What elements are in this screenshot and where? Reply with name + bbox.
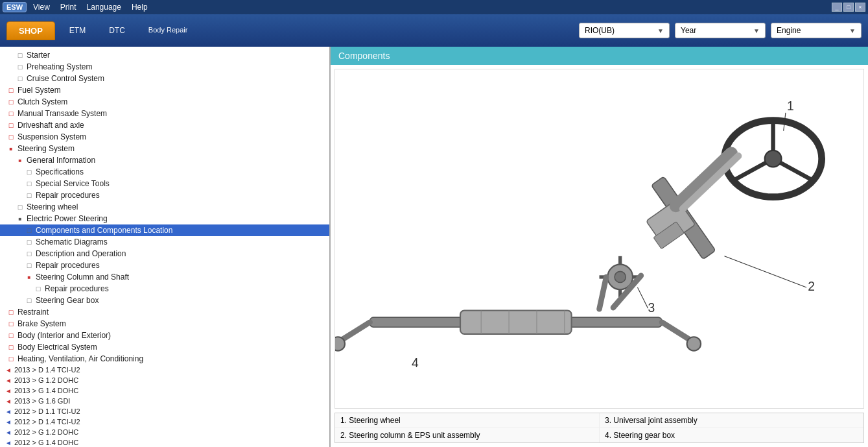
tree-item-body-elec[interactable]: Body Electrical System [0,341,329,353]
tree-item-cruise[interactable]: Cruise Control System [0,73,329,84]
version-2012-d14[interactable]: ◄ 2012 > D 1.4 TCI-U2 [0,417,329,427]
doc-icon [16,62,25,71]
tree-item-steering-col[interactable]: Steering Column and Shaft [0,271,329,283]
doc-red-icon [6,343,16,352]
model-dropdown[interactable]: RIO(UB) ▼ [579,23,670,38]
version-2013-g16[interactable]: ◄ 2013 > G 1.6 GDI [0,396,329,406]
svg-point-13 [615,271,626,282]
doc-icon [25,249,34,258]
app-logo: ESW [3,2,27,12]
year-dropdown[interactable]: Year ▼ [675,23,766,38]
tree-item-repair-eps[interactable]: Repair procedures [0,260,329,271]
tab-dtc[interactable]: DTC [100,22,134,39]
menu-language[interactable]: Language [87,3,121,12]
svg-line-19 [637,287,648,308]
doc-icon [16,202,25,211]
leaf-icon [16,214,25,223]
doc-red-icon [6,319,16,328]
steering-diagram: 1 2 [335,69,863,408]
doc-red-icon [6,86,16,95]
doc-red-icon [6,308,16,317]
doc-red-icon [6,331,16,340]
tree-item-suspension[interactable]: Suspension System [0,131,329,143]
tree-item-repair-col[interactable]: Repair procedures [0,283,329,295]
arrow-icon: ◄ [5,377,12,384]
doc-icon [25,167,34,176]
toolbar: SHOP ETM DTC Body Repair RIO(UB) ▼ Year … [0,14,868,47]
arrow-icon: ◄ [5,429,12,436]
menu-print[interactable]: Print [60,3,76,12]
tree-container[interactable]: Starter Preheating System Cruise Control… [0,47,329,447]
tree-item-steering-wheel[interactable]: Steering wheel [0,201,329,213]
arrow-icon: ◄ [5,408,12,415]
svg-text:2: 2 [808,280,815,293]
version-2012-d11[interactable]: ◄ 2012 > D 1.1 TCI-U2 [0,406,329,417]
tab-etm[interactable]: ETM [60,22,95,39]
tree-item-specifications[interactable]: Specifications [0,166,329,178]
svg-point-29 [687,337,701,350]
tree-item-clutch[interactable]: Clutch System [0,96,329,108]
window-controls: _ □ × [832,3,865,12]
close-button[interactable]: × [855,3,865,12]
tree-item-repair-gen[interactable]: Repair procedures [0,189,329,201]
svg-text:3: 3 [648,301,655,315]
svg-line-32 [600,277,607,309]
doc-red-icon [6,121,16,130]
tree-item-schematic[interactable]: Schematic Diagrams [0,236,329,248]
legend-cell-4: 4. Steering gear box [600,428,863,442]
tree-item-steering-gear[interactable]: Steering Gear box [0,295,329,306]
diagram-area: 1 2 [334,69,864,409]
menu-bar: View Print Language Help [33,3,148,12]
tree-item-components-loc[interactable]: Components and Components Location [0,224,329,236]
version-2013-g14[interactable]: ◄ 2013 > G 1.4 DOHC [0,385,329,396]
svg-line-11 [725,256,807,287]
left-panel: Starter Preheating System Cruise Control… [0,47,331,447]
menu-help[interactable]: Help [132,3,148,12]
svg-point-27 [335,337,345,350]
leaf-red-icon [25,272,34,282]
svg-line-34 [683,156,738,209]
svg-line-33 [675,153,731,206]
version-2013-g12[interactable]: ◄ 2013 > G 1.2 DOHC [0,375,329,385]
tree-item-special-tools[interactable]: Special Service Tools [0,178,329,189]
version-2012-g12[interactable]: ◄ 2012 > G 1.2 DOHC [0,427,329,437]
tree-item-hvac[interactable]: Heating, Ventilation, Air Conditioning [0,353,329,365]
leaf-red-icon [6,144,16,153]
tab-body-repair[interactable]: Body Repair [139,22,197,38]
tree-item-manual[interactable]: Manual Transaxle System [0,108,329,119]
maximize-button[interactable]: □ [843,3,854,12]
tree-item-description-op[interactable]: Description and Operation [0,248,329,260]
doc-icon [25,261,34,270]
doc-icon [16,74,25,83]
doc-icon [25,237,34,247]
titlebar: ESW View Print Language Help _ □ × [0,0,868,14]
doc-icon [16,51,25,60]
tree-item-fuel[interactable]: Fuel System [0,84,329,96]
version-2013-d14[interactable]: ◄ 2013 > D 1.4 TCI-U2 [0,365,329,375]
engine-dropdown[interactable]: Engine ▼ [771,23,862,38]
legend-cell-1: 1. Steering wheel [335,413,600,428]
tree-item-eps[interactable]: Electric Power Steering [0,213,329,224]
tree-item-body-int-ext[interactable]: Body (Interior and Exterior) [0,330,329,341]
tab-shop[interactable]: SHOP [6,21,55,40]
tree-item-driveshaft[interactable]: Driveshaft and axle [0,119,329,131]
svg-line-26 [342,322,370,340]
version-2012-g14[interactable]: ◄ 2012 > G 1.4 DOHC [0,437,329,447]
svg-text:1: 1 [787,99,794,113]
minimize-button[interactable]: _ [832,3,842,12]
tree-item-starter[interactable]: Starter [0,49,329,61]
tree-item-steering[interactable]: Steering System [0,143,329,154]
doc-icon [25,191,34,200]
legend-cell-3: 3. Universal joint assembly [600,413,863,428]
tree-item-general-info[interactable]: General Information [0,154,329,166]
menu-view[interactable]: View [33,3,50,12]
right-panel: Components 1 [331,47,868,447]
tree-item-restraint[interactable]: Restraint [0,306,329,318]
tree-item-brake[interactable]: Brake System [0,318,329,330]
arrow-icon: ◄ [5,387,12,394]
tree-item-preheating[interactable]: Preheating System [0,61,329,73]
doc-icon [25,226,34,235]
legend-row-2: 2. Steering column & EPS unit assembly 4… [335,428,863,442]
main-layout: Starter Preheating System Cruise Control… [0,47,868,447]
model-dropdown-arrow: ▼ [657,27,664,34]
